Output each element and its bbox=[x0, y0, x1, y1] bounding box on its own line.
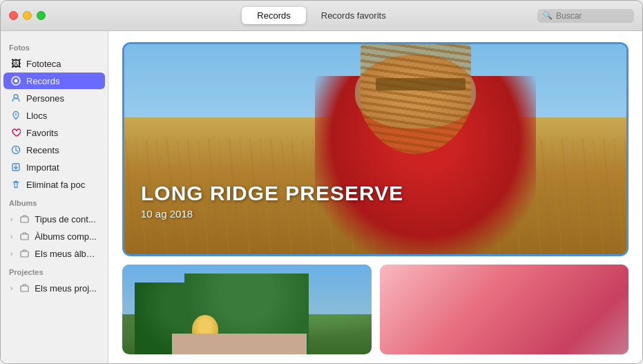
sidebar-section-albums: Albums bbox=[1, 193, 108, 210]
traffic-lights bbox=[9, 11, 46, 20]
child-shoulders bbox=[172, 334, 307, 354]
meus-proj-label: Els meus proj... bbox=[35, 283, 97, 294]
llocs-label: Llocs bbox=[26, 111, 47, 121]
app-body: Fotos 🖼 Fototeca Records Persones bbox=[1, 31, 642, 363]
sidebar-item-els-meus-proj[interactable]: › Els meus proj... bbox=[3, 280, 105, 296]
eliminat-icon bbox=[10, 179, 21, 190]
sidebar-item-persones[interactable]: Persones bbox=[3, 90, 105, 106]
sidebar-item-importat[interactable]: Importat bbox=[3, 159, 105, 175]
meus-alb-icon bbox=[19, 248, 30, 259]
small-photo-1[interactable] bbox=[122, 265, 372, 354]
small-photo-2[interactable] bbox=[380, 265, 629, 354]
close-button[interactable] bbox=[9, 11, 18, 20]
sidebar-section-projectes: Projectes bbox=[1, 262, 108, 279]
photo-overlay-text: LONG RIDGE PRESERVE 10 ag 2018 bbox=[141, 182, 403, 220]
expand-arrow-meus-alb: › bbox=[10, 250, 12, 258]
expand-arrow-proj: › bbox=[10, 285, 12, 292]
sidebar-section-fotos: Fotos bbox=[1, 38, 108, 55]
search-input[interactable] bbox=[556, 11, 628, 21]
sidebar-item-albums-comp[interactable]: › Àlbums comp... bbox=[3, 228, 105, 245]
sidebar-item-fototeca[interactable]: 🖼 Fototeca bbox=[3, 55, 105, 72]
minimize-button[interactable] bbox=[23, 11, 32, 20]
skin-area bbox=[454, 282, 566, 332]
expand-arrow-tipus: › bbox=[10, 215, 12, 223]
maximize-button[interactable] bbox=[37, 11, 46, 20]
sidebar-item-recents[interactable]: Recents bbox=[3, 142, 105, 158]
meus-alb-label: Els meus àlbu... bbox=[35, 249, 98, 259]
albums-comp-label: Àlbums comp... bbox=[35, 231, 97, 242]
photo-date: 10 ag 2018 bbox=[141, 208, 403, 220]
search-icon: 🔍 bbox=[543, 11, 553, 20]
svg-point-1 bbox=[15, 79, 18, 83]
photo-title: LONG RIDGE PRESERVE bbox=[141, 182, 403, 205]
svg-rect-6 bbox=[21, 217, 28, 222]
importat-label: Importat bbox=[26, 162, 59, 173]
photo-composite bbox=[124, 44, 626, 254]
favorits-icon bbox=[10, 127, 21, 138]
records-icon bbox=[10, 75, 21, 86]
fototeca-icon: 🖼 bbox=[10, 58, 21, 69]
sidebar-item-els-meus-alb[interactable]: › Els meus àlbu... bbox=[3, 245, 105, 262]
sidebar: Fotos 🖼 Fototeca Records Persones bbox=[1, 31, 108, 363]
sidebar-item-favorits[interactable]: Favorits bbox=[3, 124, 105, 141]
expand-arrow-albums: › bbox=[10, 233, 12, 240]
persones-label: Persones bbox=[26, 93, 64, 104]
tipus-label: Tipus de cont... bbox=[35, 214, 95, 224]
sidebar-item-eliminat[interactable]: Eliminat fa poc bbox=[3, 176, 105, 193]
tab-records[interactable]: Records bbox=[242, 7, 305, 24]
fototeca-label: Fototeca bbox=[26, 59, 61, 69]
recents-icon bbox=[10, 144, 21, 155]
photos-row bbox=[122, 265, 628, 354]
svg-rect-9 bbox=[21, 286, 28, 291]
proj-icon bbox=[19, 282, 30, 294]
svg-rect-7 bbox=[21, 234, 28, 240]
llocs-icon bbox=[10, 110, 21, 121]
sidebar-item-records[interactable]: Records bbox=[3, 73, 105, 89]
albums-icon bbox=[19, 231, 30, 242]
tab-records-favorites[interactable]: Records favorits bbox=[306, 7, 401, 24]
tabs-container: Records Records favorits bbox=[242, 7, 401, 24]
svg-point-3 bbox=[15, 113, 17, 115]
sidebar-item-llocs[interactable]: Llocs bbox=[3, 107, 105, 124]
recents-label: Recents bbox=[26, 145, 59, 155]
favorits-label: Favorits bbox=[26, 128, 58, 138]
titlebar: Records Records favorits 🔍 bbox=[1, 1, 642, 31]
svg-rect-8 bbox=[21, 251, 28, 257]
search-bar[interactable]: 🔍 bbox=[537, 9, 634, 23]
importat-icon bbox=[10, 162, 21, 173]
eliminat-label: Eliminat fa poc bbox=[26, 180, 85, 190]
tipus-icon bbox=[19, 213, 30, 224]
sidebar-item-tipus-conte[interactable]: › Tipus de cont... bbox=[3, 211, 105, 227]
featured-photo-card[interactable]: LONG RIDGE PRESERVE 10 ag 2018 bbox=[122, 42, 628, 256]
persones-icon bbox=[10, 93, 21, 104]
main-area: LONG RIDGE PRESERVE 10 ag 2018 bbox=[108, 31, 642, 363]
records-label: Records bbox=[26, 76, 59, 86]
